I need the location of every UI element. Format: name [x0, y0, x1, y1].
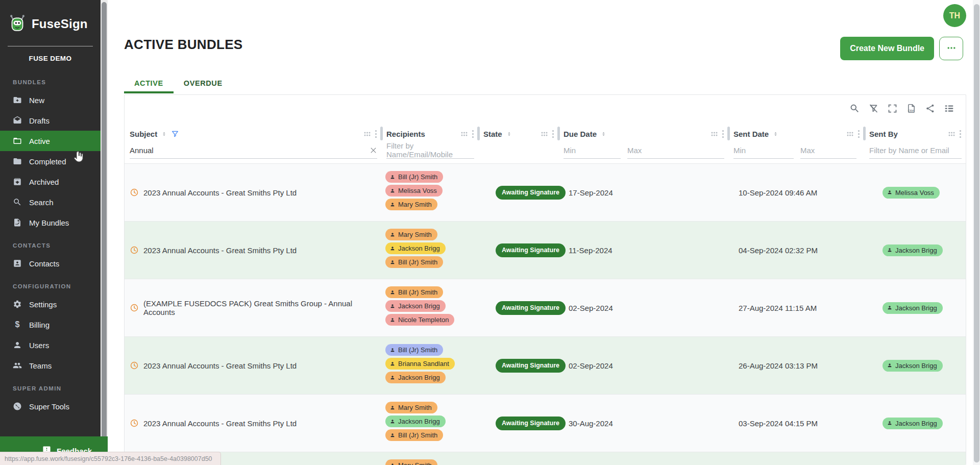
sidebar-item-label: Archived: [29, 178, 59, 186]
table-row[interactable]: 2023 Annual Accounts - Great Smiths Pty …: [125, 336, 966, 394]
sort-icon[interactable]: [161, 130, 167, 138]
recipient-chip[interactable]: Nicole Templeton: [385, 314, 454, 326]
sidebar-item-new[interactable]: New: [0, 90, 101, 110]
sidebar-item-label: My Bundles: [29, 218, 69, 227]
sidebar-item-users[interactable]: Users: [0, 335, 101, 355]
filter-input-subject[interactable]: Annual: [130, 142, 377, 159]
create-new-bundle-button[interactable]: Create New Bundle: [840, 37, 934, 60]
sent-date-max-input[interactable]: Max: [800, 142, 856, 159]
column-menu-icon[interactable]: [857, 130, 860, 138]
filter-active-icon[interactable]: [171, 130, 179, 138]
column-list-icon[interactable]: [944, 103, 954, 114]
filter-off-icon[interactable]: [868, 103, 879, 114]
column-menu-icon[interactable]: [722, 130, 724, 138]
filter-input-sent-by[interactable]: Filter by Name or Email: [869, 142, 962, 159]
more-options-button[interactable]: [939, 37, 963, 60]
drag-handle-icon[interactable]: [846, 131, 854, 137]
recipient-chip[interactable]: Mary Smith: [385, 402, 437, 413]
recipient-chip[interactable]: Bill (Jr) Smith: [385, 429, 443, 441]
due-date-max-input[interactable]: Max: [627, 142, 724, 159]
table-row[interactable]: 2023 Annual Accounts - Great Smiths Pty …: [125, 394, 966, 452]
fullscreen-icon[interactable]: [887, 103, 898, 114]
recipient-chip[interactable]: Bill (Jr) Smith: [385, 344, 443, 356]
drag-handle-icon[interactable]: [710, 131, 718, 137]
table-row[interactable]: Mary Smith: [125, 452, 966, 465]
table-row[interactable]: (EXAMPLE FUSEDOCS PACK) Great Smiths Gro…: [125, 279, 966, 336]
page-scrollbar-thumb[interactable]: [974, 4, 979, 462]
sidebar-scrollbar[interactable]: [101, 0, 108, 465]
sidebar-item-settings[interactable]: Settings: [0, 294, 101, 314]
folder-open-icon: [13, 136, 22, 145]
column-menu-icon[interactable]: [375, 130, 377, 138]
more-horizontal-icon: [946, 43, 957, 55]
share-icon[interactable]: [925, 103, 936, 114]
recipient-chip[interactable]: Jackson Brigg: [385, 300, 446, 312]
bundle-subject: 2023 Annual Accounts - Great Smiths Pty …: [143, 361, 297, 370]
sidebar-item-super-tools[interactable]: Super Tools: [0, 396, 101, 417]
sort-icon[interactable]: [772, 130, 779, 138]
recipient-chip[interactable]: Melissa Voss: [883, 187, 940, 199]
sort-icon[interactable]: [506, 130, 512, 138]
recipient-chip[interactable]: Jackson Brigg: [883, 360, 943, 372]
sidebar-item-billing[interactable]: $Billing: [0, 314, 101, 335]
export-csv-icon[interactable]: CSV: [906, 103, 917, 114]
recipient-chip[interactable]: Jackson Brigg: [883, 302, 943, 314]
avatar[interactable]: TH: [943, 4, 966, 27]
tab-overdue[interactable]: OVERDUE: [174, 75, 233, 93]
table-toolbar: CSV: [125, 95, 966, 121]
drag-handle-icon[interactable]: [460, 131, 468, 137]
sidebar-item-teams[interactable]: Teams: [0, 355, 101, 376]
sidebar-item-label: Active: [29, 137, 50, 145]
column-menu-icon[interactable]: [959, 130, 962, 138]
recipient-name: Jackson Brigg: [398, 302, 440, 310]
bundle-subject: 2023 Annual Accounts - Great Smiths Pty …: [143, 188, 297, 197]
recipient-chip[interactable]: Brianna Sandlant: [385, 358, 455, 370]
sidebar-item-completed[interactable]: Completed: [0, 151, 101, 172]
sidebar-item-active[interactable]: Active: [0, 131, 101, 151]
recipient-chip[interactable]: Jackson Brigg: [385, 242, 446, 254]
bundle-subject: 2023 Annual Accounts - Great Smiths Pty …: [143, 419, 297, 428]
sidebar-section-contacts: CONTACTSContacts: [0, 238, 101, 274]
drag-handle-icon[interactable]: [948, 131, 955, 137]
column-due-date: Due DateMinMax: [558, 126, 728, 163]
person-icon: [389, 188, 396, 194]
search-icon[interactable]: [849, 103, 860, 114]
recipient-chip[interactable]: Mary Smith: [385, 459, 437, 465]
due-date-min-input[interactable]: Min: [564, 142, 621, 159]
subject-cell: (EXAMPLE FUSEDOCS PACK) Great Smiths Gro…: [125, 279, 381, 336]
sidebar-item-drafts[interactable]: Drafts: [0, 110, 101, 131]
sidebar-item-search[interactable]: Search: [0, 192, 101, 212]
recipient-chip[interactable]: Jackson Brigg: [883, 418, 943, 429]
column-menu-icon[interactable]: [472, 130, 474, 138]
recipient-chip[interactable]: Mary Smith: [385, 199, 437, 210]
recipient-chip[interactable]: Jackson Brigg: [883, 244, 943, 256]
sidebar-item-my-bundles[interactable]: My Bundles: [0, 212, 101, 233]
sidebar-item-contacts[interactable]: Contacts: [0, 253, 101, 274]
recipient-chip[interactable]: Melissa Voss: [385, 185, 443, 197]
sidebar-scrollbar-thumb[interactable]: [102, 2, 107, 440]
drag-handle-icon[interactable]: [363, 131, 371, 137]
clear-filter-icon[interactable]: [370, 146, 377, 154]
recipient-chip[interactable]: Mary Smith: [385, 229, 437, 240]
table-row[interactable]: 2023 Annual Accounts - Great Smiths Pty …: [125, 221, 966, 279]
pending-clock-icon: [130, 419, 139, 428]
filter-input-recipients[interactable]: Filter by Name/Email/Mobile: [386, 142, 474, 159]
sort-icon[interactable]: [600, 130, 607, 138]
recipient-chip[interactable]: Bill (Jr) Smith: [385, 256, 443, 268]
column-menu-icon[interactable]: [552, 130, 554, 138]
page-scrollbar[interactable]: [973, 0, 980, 465]
recipient-chip[interactable]: Jackson Brigg: [385, 415, 446, 427]
column-recipients: RecipientsFilter by Name/Email/Mobile: [381, 126, 478, 163]
sent-date-min-input[interactable]: Min: [733, 142, 794, 159]
sidebar-item-archived[interactable]: Archived: [0, 172, 101, 192]
person-icon: [389, 174, 396, 180]
recipient-chip[interactable]: Jackson Brigg: [385, 372, 446, 383]
tab-active[interactable]: ACTIVE: [124, 75, 174, 93]
drag-handle-icon[interactable]: [541, 131, 548, 137]
gear-icon: [13, 300, 22, 309]
recipient-chip[interactable]: Bill (Jr) Smith: [385, 286, 443, 298]
table-row[interactable]: 2023 Annual Accounts - Great Smiths Pty …: [125, 163, 966, 221]
table-body: 2023 Annual Accounts - Great Smiths Pty …: [125, 163, 966, 465]
recipient-chip[interactable]: Bill (Jr) Smith: [385, 171, 443, 183]
recipient-name: Nicole Templeton: [398, 316, 449, 324]
